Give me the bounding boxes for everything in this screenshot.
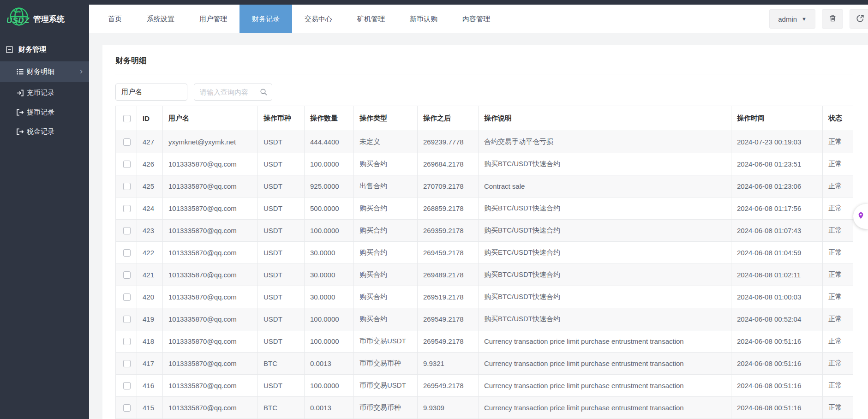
cell-type: 币币交易USDT bbox=[354, 375, 418, 397]
cell-desc: Currency transaction price limit purchas… bbox=[479, 353, 731, 375]
row-checkbox[interactable] bbox=[123, 293, 131, 301]
cell-type: 币币交易币种 bbox=[354, 397, 418, 419]
sidebar-item-税金记录[interactable]: 税金记录 › bbox=[0, 122, 89, 141]
search-input[interactable] bbox=[194, 84, 272, 101]
row-checkbox[interactable] bbox=[123, 360, 131, 367]
logout-button[interactable] bbox=[850, 9, 868, 29]
table-row: 427 yxymknet@yxymk.net USDT 444.4400 未定义… bbox=[116, 131, 853, 153]
cell-after: 270709.2178 bbox=[418, 175, 479, 198]
chevron-down-icon: ▼ bbox=[802, 16, 807, 22]
row-checkbox[interactable] bbox=[123, 249, 131, 257]
cell-amount: 30.0000 bbox=[305, 242, 354, 264]
column-header: 状态 bbox=[823, 106, 853, 131]
row-checkbox[interactable] bbox=[123, 316, 131, 323]
table-row: 415 1013335870@qq.com BTC 0.0013 币币交易币种 … bbox=[116, 397, 853, 419]
sidebar-item-提币记录[interactable]: 提币记录 › bbox=[0, 102, 89, 122]
cell-time: 2024-06-08 00:52:04 bbox=[731, 308, 823, 330]
cell-time: 2024-06-08 00:51:16 bbox=[731, 397, 823, 419]
cell-id: 424 bbox=[137, 198, 163, 220]
sidebar-item-充币记录[interactable]: 充币记录 › bbox=[0, 83, 89, 102]
cell-status: 正常 bbox=[823, 330, 853, 353]
collapse-minus-icon bbox=[6, 46, 13, 53]
cell-amount: 100.0000 bbox=[305, 330, 354, 353]
content-card: 财务明细 ID用户名操作币种操作数量操作类型操作之后操作说明操作时间状态 bbox=[102, 45, 868, 419]
cell-desc: 购买BTC/USDT快速合约 bbox=[479, 198, 731, 220]
cell-id: 420 bbox=[137, 286, 163, 308]
finance-table: ID用户名操作币种操作数量操作类型操作之后操作说明操作时间状态 427 yxym… bbox=[115, 106, 853, 419]
cell-username: yxymknet@yxymk.net bbox=[163, 131, 258, 153]
cell-type: 未定义 bbox=[354, 131, 418, 153]
cell-time: 2024-06-08 00:51:16 bbox=[731, 330, 823, 353]
row-checkbox[interactable] bbox=[123, 404, 131, 412]
cell-coin: USDT bbox=[258, 198, 305, 220]
trash-icon bbox=[829, 14, 837, 24]
cell-username: 1013335870@qq.com bbox=[163, 353, 258, 375]
cell-desc: 购买BTC/USDT快速合约 bbox=[479, 286, 731, 308]
cell-status: 正常 bbox=[823, 220, 853, 242]
cell-status: 正常 bbox=[823, 353, 853, 375]
row-checkbox[interactable] bbox=[123, 338, 131, 345]
table-row: 418 1013335870@qq.com USDT 100.0000 币币交易… bbox=[116, 330, 853, 353]
cell-desc: Currency transaction price limit purchas… bbox=[479, 375, 731, 397]
column-header: 操作之后 bbox=[418, 106, 479, 131]
cell-desc: 购买BTC/USDT快速合约 bbox=[479, 264, 731, 286]
cell-desc: Contract sale bbox=[479, 175, 731, 198]
row-checkbox[interactable] bbox=[123, 161, 131, 168]
trash-button[interactable] bbox=[822, 9, 843, 29]
row-checkbox[interactable] bbox=[123, 271, 131, 279]
select-all-checkbox[interactable] bbox=[123, 115, 131, 122]
cell-desc: 购买BTC/USDT快速合约 bbox=[479, 220, 731, 242]
nav-tab[interactable]: 内容管理 bbox=[450, 5, 503, 33]
cell-id: 423 bbox=[137, 220, 163, 242]
cell-after: 269684.2178 bbox=[418, 153, 479, 175]
cell-amount: 100.0000 bbox=[305, 308, 354, 330]
nav-tab[interactable]: 交易中心 bbox=[292, 5, 345, 33]
row-checkbox[interactable] bbox=[123, 227, 131, 234]
row-checkbox[interactable] bbox=[123, 205, 131, 212]
sidebar-group-finance[interactable]: 财务管理 bbox=[0, 33, 89, 60]
cell-id: 416 bbox=[137, 375, 163, 397]
table-row: 422 1013335870@qq.com USDT 30.0000 购买合约 … bbox=[116, 242, 853, 264]
nav-tab[interactable]: 系统设置 bbox=[134, 5, 187, 33]
row-checkbox[interactable] bbox=[123, 183, 131, 190]
cell-id: 417 bbox=[137, 353, 163, 375]
cell-amount: 100.0000 bbox=[305, 153, 354, 175]
cell-amount: 444.4400 bbox=[305, 131, 354, 153]
nav-tab[interactable]: 财务记录 bbox=[239, 5, 292, 33]
cell-coin: USDT bbox=[258, 242, 305, 264]
cell-type: 购买合约 bbox=[354, 264, 418, 286]
sidebar-items: 财务明细 › 充币记录 › 提币记录 › 税金记录 › bbox=[0, 61, 89, 141]
sidebar-group-label: 财务管理 bbox=[18, 45, 46, 54]
row-checkbox[interactable] bbox=[123, 138, 131, 146]
nav-right-actions: admin ▼ bbox=[769, 5, 868, 33]
column-header: 操作类型 bbox=[354, 106, 418, 131]
cell-time: 2024-06-08 00:51:16 bbox=[731, 353, 823, 375]
nav-tab[interactable]: 用户管理 bbox=[187, 5, 239, 33]
cell-time: 2024-06-08 01:07:43 bbox=[731, 220, 823, 242]
nav-tab[interactable]: 新币认购 bbox=[397, 5, 450, 33]
admin-dropdown[interactable]: admin ▼ bbox=[769, 9, 815, 29]
cell-type: 币币交易币种 bbox=[354, 353, 418, 375]
table-row: 417 1013335870@qq.com BTC 0.0013 币币交易币种 … bbox=[116, 353, 853, 375]
cell-coin: USDT bbox=[258, 308, 305, 330]
cell-after: 269519.2178 bbox=[418, 286, 479, 308]
cell-after: 269549.2178 bbox=[418, 330, 479, 353]
nav-tabs: 首页系统设置用户管理财务记录交易中心矿机管理新币认购内容管理 bbox=[89, 5, 503, 33]
row-checkbox[interactable] bbox=[123, 382, 131, 389]
cell-after: 269459.2178 bbox=[418, 242, 479, 264]
cell-username: 1013335870@qq.com bbox=[163, 397, 258, 419]
cell-type: 购买合约 bbox=[354, 286, 418, 308]
cell-amount: 0.0013 bbox=[305, 397, 354, 419]
cell-status: 正常 bbox=[823, 375, 853, 397]
cell-status: 正常 bbox=[823, 264, 853, 286]
cell-status: 正常 bbox=[823, 308, 853, 330]
sidebar-item-财务明细[interactable]: 财务明细 › bbox=[0, 61, 89, 82]
username-input[interactable] bbox=[115, 84, 187, 101]
brand-title: 管理系统 bbox=[33, 14, 65, 24]
nav-tab[interactable]: 首页 bbox=[96, 5, 134, 33]
cell-id: 419 bbox=[137, 308, 163, 330]
nav-tab[interactable]: 矿机管理 bbox=[345, 5, 397, 33]
sidebar: 财务管理 财务明细 › 充币记录 › 提币记录 › 税金记录 › bbox=[0, 33, 89, 419]
login-arrow-icon bbox=[17, 90, 24, 96]
cell-coin: USDT bbox=[258, 175, 305, 198]
